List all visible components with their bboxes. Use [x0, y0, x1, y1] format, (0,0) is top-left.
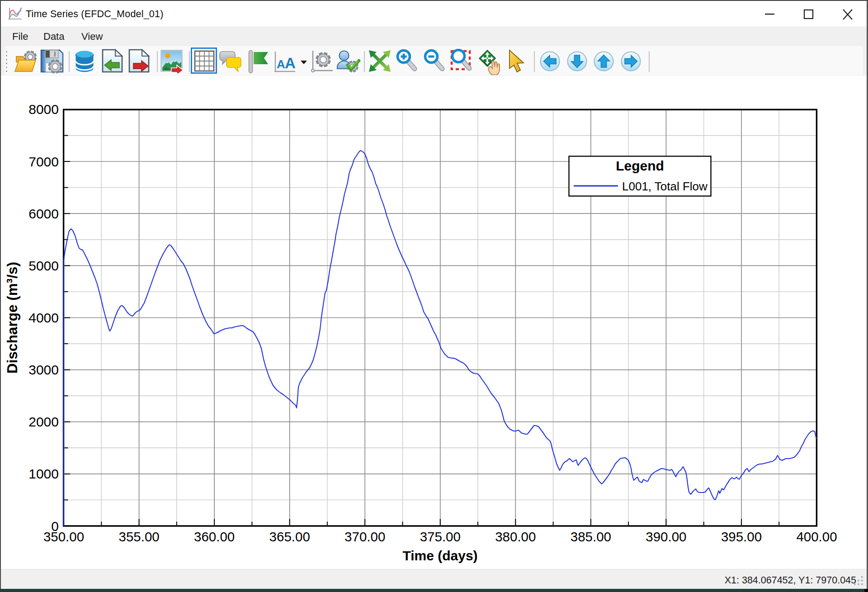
- svg-text:2000: 2000: [28, 414, 59, 429]
- svg-text:400.00: 400.00: [796, 529, 837, 544]
- svg-text:395.00: 395.00: [721, 529, 762, 544]
- svg-text:A: A: [277, 57, 285, 71]
- svg-text:6000: 6000: [28, 206, 59, 221]
- svg-text:Time (days): Time (days): [402, 548, 477, 563]
- svg-text:4000: 4000: [28, 310, 59, 325]
- svg-text:355.00: 355.00: [118, 529, 159, 544]
- svg-text:385.00: 385.00: [571, 529, 611, 544]
- svg-text:A: A: [285, 55, 296, 71]
- svg-text:1000: 1000: [28, 466, 59, 481]
- svg-text:390.00: 390.00: [646, 529, 686, 544]
- svg-text:7000: 7000: [28, 154, 59, 169]
- svg-text:Discharge (m³/s): Discharge (m³/s): [4, 262, 20, 374]
- svg-text:8000: 8000: [28, 102, 59, 117]
- svg-text:375.00: 375.00: [420, 529, 461, 544]
- svg-text:360.00: 360.00: [194, 529, 235, 544]
- svg-text:0: 0: [51, 519, 59, 534]
- svg-text:L001, Total Flow: L001, Total Flow: [622, 180, 708, 193]
- svg-text:380.00: 380.00: [495, 529, 536, 544]
- svg-text:370.00: 370.00: [344, 529, 385, 544]
- svg-text:365.00: 365.00: [269, 529, 310, 544]
- svg-text:350.00: 350.00: [43, 529, 84, 544]
- svg-text:5000: 5000: [28, 258, 59, 273]
- svg-text:3000: 3000: [28, 362, 59, 377]
- svg-text:Legend: Legend: [616, 158, 664, 173]
